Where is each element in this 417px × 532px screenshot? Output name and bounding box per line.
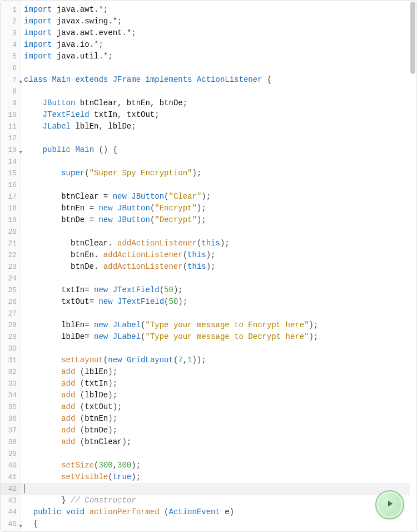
code-line[interactable] [24,86,410,97]
code-line[interactable]: txtOut= new JTextField(50); [24,296,410,308]
code-line[interactable]: import javax.swing.*; [24,16,410,27]
code-line[interactable]: lblEn= new JLabel("Type your message to … [24,319,410,331]
line-number: 42 [1,483,20,495]
token-punct [192,75,197,84]
token-ident: java [57,52,76,61]
line-number: 22 [1,249,20,261]
token-punct [108,75,112,84]
token-num: 7 [178,356,182,364]
token-punct [52,52,56,61]
vertical-scrollbar[interactable] [410,2,415,74]
token-punct: , [183,356,187,364]
line-number: 20 [1,226,20,238]
code-line[interactable]: btnEn = new JButton("Encrypt"); [24,203,410,214]
code-line[interactable] [24,483,410,495]
code-line[interactable]: add (txtOut); [24,401,410,413]
code-line[interactable] [24,156,410,168]
code-line[interactable]: import java.util.*; [24,51,410,62]
line-number: 9 [1,97,20,109]
code-line[interactable]: import java.awt.*; [24,4,410,16]
code-line[interactable] [24,226,410,238]
token-punct: ( [160,285,164,294]
line-number: 28 [1,319,20,331]
token-punct: ); [309,332,319,341]
token-ident: lblEn [75,122,98,131]
token-call: setVisible [61,472,108,481]
token-op: = [85,321,89,329]
line-number: 27 [1,308,20,319]
line-number: 25 [1,284,20,296]
token-punct [98,192,103,201]
code-line[interactable]: txtIn= new JTextField(50); [24,284,410,296]
code-line[interactable]: add (lblDe); [24,390,410,401]
code-line[interactable]: import java.awt.event.*; [24,27,410,39]
code-line[interactable] [24,273,410,284]
code-line[interactable]: import java.io.*; [24,39,410,51]
token-punct [108,332,112,341]
line-number: 5 [1,51,20,62]
code-line[interactable] [24,132,410,144]
code-line[interactable]: JTextField txtIn, txtOut; [24,109,410,121]
code-line[interactable]: setVisible(true); [24,471,410,483]
token-ident: btnClear [71,239,108,248]
token-ident: btnEn [71,250,94,259]
token-ident: btnClear [61,192,98,201]
run-button[interactable] [375,490,404,519]
play-icon [385,499,395,511]
token-punct: } [61,496,71,505]
token-punct: )); [192,356,206,364]
token-punct: { [33,519,38,528]
code-line[interactable]: btnDe = new JButton("Decrypt"); [24,214,410,226]
token-kw: import [24,40,52,49]
token-punct: ( [141,332,145,341]
code-line[interactable]: btnClear. addActionListener(this); [24,238,410,249]
code-line[interactable]: add (btnEn); [24,413,410,425]
token-punct: ( [160,508,169,516]
line-number: 13▼ [1,144,20,156]
line-number: 33 [1,378,20,390]
code-line[interactable]: btnEn. addActionListener(this); [24,249,410,261]
code-line[interactable]: JButton btnClear, btnEn, btnDe; [24,97,410,109]
token-type: JLabel [113,321,141,329]
code-line[interactable]: public Main () { [24,144,410,156]
line-number: 2 [1,16,20,27]
token-punct: , [117,98,127,107]
code-line[interactable]: add (lblEn); [24,366,410,378]
token-ident: btnClear [80,98,117,107]
token-punct [108,285,112,294]
code-area[interactable]: import java.awt.*;import javax.swing.*;i… [21,1,410,531]
code-line[interactable]: btnDe. addActionListener(this); [24,261,410,273]
code-line[interactable]: JLabel lblEn, lblDe; [24,121,410,132]
code-line[interactable] [24,62,410,74]
code-line[interactable]: setSize(300,300); [24,460,410,471]
code-editor[interactable]: 1234567▼8910111213▼141516171819202122232… [0,0,417,532]
line-number: 24 [1,273,20,284]
code-line[interactable] [24,343,410,354]
token-punct: ( [75,367,85,376]
line-number: 45▼ [1,518,20,530]
code-line[interactable]: add (txtIn); [24,378,410,390]
code-line[interactable]: class Main extends JFrame implements Act… [24,74,410,86]
code-line[interactable] [24,448,410,460]
code-line[interactable]: btnClear = new JButton("Clear"); [24,191,410,203]
line-number: 18 [1,203,20,214]
code-line[interactable]: } // Constructor [24,495,410,506]
token-ident: txtIn [61,285,85,294]
code-line[interactable]: setLayout(new GridLayout(7,1)); [24,354,410,366]
code-line[interactable]: super("Super Spy Encryption"); [24,168,410,179]
token-punct: ( [164,192,168,201]
code-line[interactable]: public void actionPerformed (ActionEvent… [24,506,410,518]
code-line[interactable] [24,308,410,319]
token-type: Main [75,145,94,154]
code-line[interactable] [24,179,410,191]
token-punct [113,204,117,213]
code-line[interactable]: add (btnDe); [24,425,410,436]
code-line[interactable]: add (btnClear); [24,436,410,448]
token-kw: class [24,75,47,84]
code-line[interactable]: { [24,518,410,530]
token-punct: ); [197,204,206,213]
token-ident: btnEn [127,98,150,107]
token-kw: super [61,169,85,178]
code-line[interactable]: lblDe= new JLabel("Type your message to … [24,331,410,343]
token-punct: ( [108,472,112,481]
